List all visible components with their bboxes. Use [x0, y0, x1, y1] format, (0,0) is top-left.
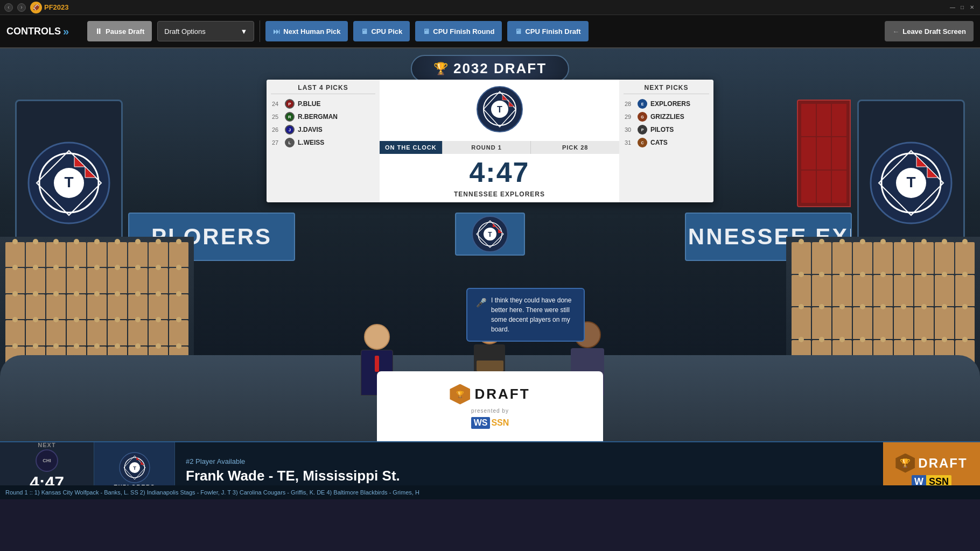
audience-figure: [935, 275, 954, 307]
cpu-finish-draft-button[interactable]: 🖥 CPU Finish Draft: [507, 21, 588, 41]
audience-figure: [853, 275, 872, 307]
audience-figure: [26, 242, 45, 267]
audience-figure: [46, 294, 66, 319]
audience-figure: [873, 275, 893, 307]
audience-figure: [5, 320, 25, 345]
forward-btn[interactable]: ›: [17, 3, 26, 12]
next-pick-icon-31: C: [638, 138, 647, 147]
wssn-logo-wrap: WS SSN: [471, 417, 509, 429]
leave-icon: ←: [892, 27, 899, 36]
clock-center: T ON THE CLOCK ROUND 1 PICK 28 4:47 TENN…: [380, 80, 619, 202]
red-seat: [801, 137, 816, 169]
chi-label: CHI: [43, 458, 51, 463]
commentary-text: I think they could have done better here…: [491, 295, 575, 334]
ticker-text: Round 1 :: 1) Kansas City Wolfpack - Ban…: [5, 489, 419, 496]
audience-figure: [914, 275, 934, 307]
next-picks-panel: NEXT PICKS 28 E EXPLORERS 29 G GRIZZLIES…: [619, 80, 713, 202]
draft-title-banner: 🏆 2032 DRAFT: [411, 55, 569, 82]
audience-figure: [792, 275, 811, 307]
audience-figure: [128, 242, 148, 267]
audience-figure: [955, 307, 975, 339]
audience-figure: [87, 268, 107, 293]
pick-num-24: 24: [272, 101, 282, 107]
pick-num-26: 26: [272, 126, 282, 133]
cpu-finish-round-button[interactable]: 🖥 CPU Finish Round: [415, 21, 502, 41]
last-picks-title: LAST 4 PICKS: [271, 84, 375, 94]
clock-time: 4:47: [469, 154, 529, 190]
pick-row-2: 25 R R.BERGMAN: [271, 110, 375, 123]
app-logo: 🏈 PF2023: [30, 2, 69, 13]
pause-draft-button[interactable]: ⏸ Pause Draft: [87, 21, 152, 41]
bottom-bar: NEXT CHI 4:47 RD 1 :: 28 T EXPLORERS #2 …: [0, 441, 980, 499]
center-banner-board: T: [455, 213, 525, 256]
pick-dot-25: R: [285, 112, 295, 122]
red-seat: [832, 104, 846, 136]
title-bar-left: ‹ › 🏈 PF2023: [4, 2, 69, 13]
last-picks-panel: LAST 4 PICKS 24 P P.BLUE 25 R R.BERGMAN …: [267, 80, 380, 202]
red-seats: [797, 100, 851, 207]
desk-surface: 🎤 I think they could have done better he…: [0, 355, 980, 441]
cpu-round-icon: 🖥: [423, 27, 430, 36]
pick-num-25: 25: [272, 114, 282, 120]
pick-name-24: P.BLUE: [298, 100, 320, 108]
controls-label: CONTROLS »: [6, 25, 82, 38]
audience-figure: [87, 294, 107, 319]
pick-dot-27: L: [285, 138, 295, 147]
back-btn[interactable]: ‹: [4, 3, 13, 12]
draft-desk-label: DRAFT: [474, 386, 530, 402]
draft-main: 🏆 2032 DRAFT T T LAST 4 PICKS: [0, 48, 980, 441]
audience-figure: [5, 242, 25, 267]
audience-figure: [26, 320, 45, 345]
maximize-btn[interactable]: □: [958, 4, 966, 11]
audience-figure: [46, 268, 66, 293]
close-btn[interactable]: ✕: [968, 4, 976, 11]
minimize-btn[interactable]: —: [949, 4, 956, 11]
cpu-pick-button[interactable]: 🖥 CPU Pick: [353, 21, 410, 41]
red-seat: [817, 104, 831, 136]
audience-figure: [169, 294, 188, 319]
leave-draft-button[interactable]: ← Leave Draft Screen: [885, 21, 974, 41]
audience-figure: [5, 294, 25, 319]
ticker: Round 1 :: 1) Kansas City Wolfpack - Ban…: [0, 485, 980, 499]
chi-icon: CHI: [36, 449, 58, 472]
title-bar-controls: — □ ✕: [949, 4, 976, 11]
audience-figure: [873, 307, 893, 339]
red-seat: [801, 171, 816, 203]
draft-options-label: Draft Options: [164, 27, 206, 36]
pick-name-25: R.BERGMAN: [298, 113, 338, 121]
audience-figure: [873, 242, 893, 274]
audience-figure: [108, 268, 127, 293]
leave-draft-label: Leave Draft Screen: [902, 27, 966, 36]
audience-figure: [149, 242, 168, 267]
ws-part: WS: [471, 417, 491, 429]
svg-text:T: T: [133, 465, 136, 471]
next-pick-num-28: 28: [625, 101, 634, 107]
next-human-pick-button[interactable]: ⏭ Next Human Pick: [265, 21, 348, 41]
next-pick-icon-29: G: [638, 112, 647, 122]
cpu-finish-round-label: CPU Finish Round: [433, 27, 494, 36]
audience-figure: [128, 320, 148, 345]
next-pick-30: 30 P PILOTS: [624, 123, 709, 136]
draft-hex-icon: 🏆: [450, 384, 470, 405]
pick-row-4: 27 L L.WEISS: [271, 136, 375, 149]
pick-row-3: 26 J J.DAVIS: [271, 123, 375, 136]
audience-figure: [169, 242, 188, 267]
audience-figure: [149, 294, 168, 319]
next-pick-name-28: EXPLORERS: [650, 100, 690, 108]
audience-figure: [108, 294, 127, 319]
draft-options-dropdown[interactable]: Draft Options ▼: [157, 21, 254, 41]
audience-figure: [792, 307, 811, 339]
draft-right-hex: 🏆: [895, 454, 915, 473]
logo-text: PF2023: [44, 3, 69, 11]
draft-logo-right: 🏆 DRAFT: [895, 454, 967, 473]
next-human-icon: ⏭: [273, 27, 280, 36]
cpu-pick-label: CPU Pick: [371, 27, 402, 36]
audience-figure: [128, 294, 148, 319]
audience-figure: [914, 307, 934, 339]
audience-figure: [955, 275, 975, 307]
audience-figure: [955, 242, 975, 274]
trophy-icon: 🏆: [433, 62, 448, 76]
audience-figure: [87, 242, 107, 267]
next-human-label: Next Human Pick: [283, 27, 340, 36]
next-pick-31: 31 C CATS: [624, 136, 709, 149]
